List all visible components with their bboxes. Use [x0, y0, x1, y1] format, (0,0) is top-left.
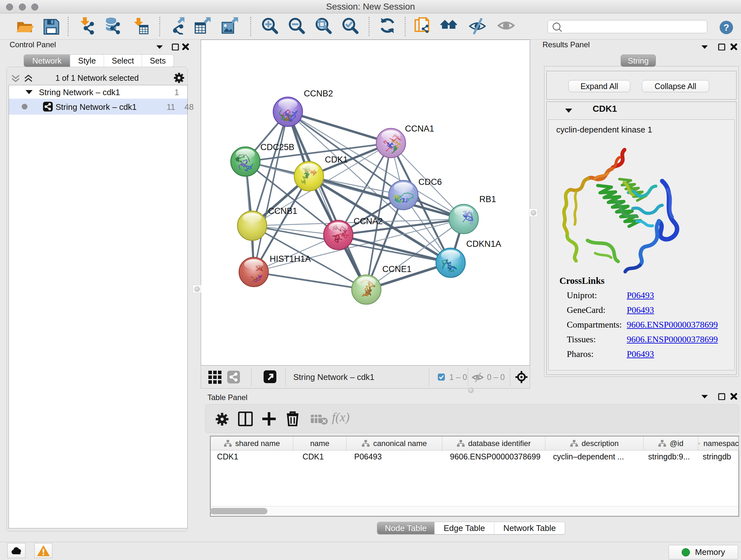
svg-text:CDC25B: CDC25B — [260, 142, 294, 152]
svg-text:CCNB1: CCNB1 — [268, 206, 297, 216]
svg-text:CCNE1: CCNE1 — [382, 264, 412, 274]
svg-text:CDK1: CDK1 — [325, 155, 348, 165]
svg-text:HIST1H1A: HIST1H1A — [270, 254, 311, 264]
svg-text:CDKN1A: CDKN1A — [466, 239, 501, 249]
svg-text:CDC6: CDC6 — [418, 177, 442, 187]
svg-text:CCNB2: CCNB2 — [304, 89, 333, 98]
svg-text:?: ? — [724, 22, 729, 33]
svg-text:RB1: RB1 — [479, 194, 496, 204]
svg-text:CCNA2: CCNA2 — [354, 216, 383, 226]
svg-text:1 of 1 Network selected: 1 of 1 Network selected — [55, 73, 138, 82]
svg-text:CCNA1: CCNA1 — [405, 124, 434, 133]
